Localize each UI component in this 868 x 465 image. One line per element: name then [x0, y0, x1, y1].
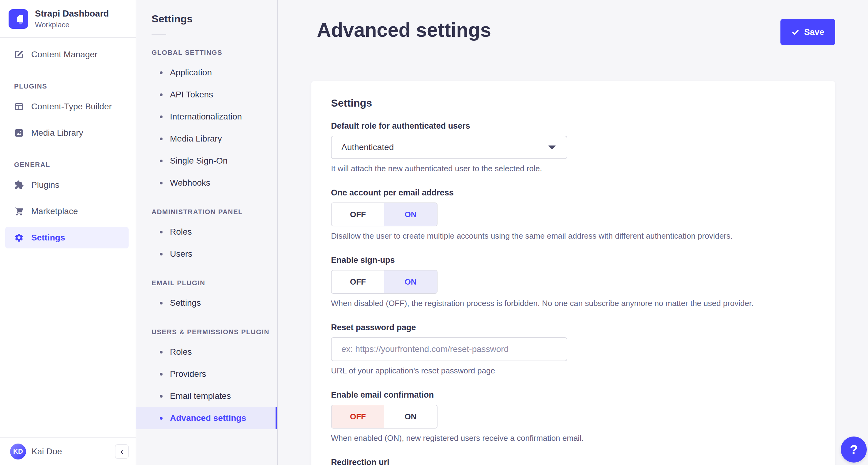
- bullet-icon: [160, 138, 162, 140]
- field-redirection-url: Redirection url: [331, 458, 815, 465]
- email-confirmation-toggle: OFF ON: [331, 405, 437, 429]
- sidebar-item-label: Media Library: [31, 128, 83, 138]
- toggle-on-button[interactable]: ON: [384, 270, 437, 293]
- sidebar-item-media-library[interactable]: Media Library: [5, 122, 129, 144]
- bullet-icon: [160, 253, 162, 256]
- field-hint: It will attach the new authenticated use…: [331, 164, 815, 173]
- subnav-section-administration-panel: ADMINISTRATION PANEL: [136, 194, 277, 221]
- subnav-item-label: Internationalization: [170, 112, 242, 122]
- reset-password-input[interactable]: [331, 337, 567, 361]
- workspace-brand[interactable]: Strapi Dashboard Workplace: [0, 0, 136, 37]
- subnav-item-single-sign-on[interactable]: Single Sign-On: [136, 150, 277, 172]
- sidebar-item-label: Content-Type Builder: [31, 102, 112, 112]
- default-role-select[interactable]: Authenticated: [331, 136, 567, 159]
- subnav-item-email-settings[interactable]: Settings: [136, 292, 277, 314]
- subnav-section-email-plugin: EMAIL PLUGIN: [136, 265, 277, 292]
- save-button[interactable]: Save: [780, 19, 835, 45]
- subnav-item-internationalization[interactable]: Internationalization: [136, 106, 277, 128]
- field-reset-password-page: Reset password page URL of your applicat…: [331, 323, 815, 376]
- layout-grid-icon: [14, 102, 24, 112]
- shopping-cart-icon: [14, 206, 24, 216]
- bullet-icon: [160, 417, 162, 420]
- field-hint: Disallow the user to create multiple acc…: [331, 231, 815, 241]
- subnav-item-label: Media Library: [170, 134, 222, 144]
- subnav-item-admin-users[interactable]: Users: [136, 243, 277, 265]
- field-label: Reset password page: [331, 323, 815, 332]
- subnav-item-label: Application: [170, 68, 212, 78]
- sidebar-item-label: Marketplace: [31, 206, 78, 216]
- toggle-off-button[interactable]: OFF: [332, 203, 384, 226]
- bullet-icon: [160, 115, 162, 118]
- subnav-item-label: Users: [170, 249, 192, 259]
- subnav-section-global-settings: GLOBAL SETTINGS: [136, 35, 277, 62]
- subnav-item-label: Email templates: [170, 391, 231, 401]
- bullet-icon: [160, 71, 162, 74]
- subnav-item-label: API Tokens: [170, 90, 213, 99]
- field-label: Enable sign-ups: [331, 256, 815, 265]
- user-avatar[interactable]: KD: [10, 443, 26, 460]
- field-label: Default role for authenticated users: [331, 121, 815, 131]
- sidebar-menu: Content Manager PLUGINS Content-Type Bui…: [0, 38, 136, 437]
- subnav-item-up-roles[interactable]: Roles: [136, 341, 277, 363]
- subnav-item-label: Providers: [170, 369, 206, 379]
- image-icon: [14, 128, 24, 138]
- bullet-icon: [160, 182, 162, 184]
- settings-card: Settings Default role for authenticated …: [311, 81, 835, 465]
- help-button[interactable]: ?: [841, 437, 867, 463]
- caret-down-icon: [548, 146, 556, 149]
- subnav-section-users-permissions-plugin: USERS & PERMISSIONS PLUGIN: [136, 314, 277, 341]
- sidebar-item-plugins[interactable]: Plugins: [5, 174, 129, 196]
- bullet-icon: [160, 159, 162, 162]
- sidebar-item-content-manager[interactable]: Content Manager: [5, 44, 129, 65]
- bullet-icon: [160, 302, 162, 304]
- sidebar-item-marketplace[interactable]: Marketplace: [5, 201, 129, 222]
- chevron-left-icon: ‹: [120, 446, 123, 457]
- subnav-item-up-providers[interactable]: Providers: [136, 363, 277, 385]
- toggle-on-button[interactable]: ON: [384, 203, 437, 226]
- subnav-item-label: Roles: [170, 227, 192, 237]
- workspace-title: Strapi Dashboard: [35, 8, 109, 19]
- subnav-item-label: Single Sign-On: [170, 156, 227, 166]
- settings-subnav: Settings GLOBAL SETTINGS Application API…: [136, 0, 278, 465]
- select-value: Authenticated: [341, 142, 394, 152]
- subnav-item-application[interactable]: Application: [136, 62, 277, 84]
- main-sidebar: Strapi Dashboard Workplace Content Manag…: [0, 0, 136, 465]
- enable-sign-ups-toggle: OFF ON: [331, 270, 437, 294]
- check-icon: [792, 28, 799, 36]
- field-enable-email-confirmation: Enable email confirmation OFF ON When en…: [331, 390, 815, 443]
- sidebar-section-plugins: PLUGINS: [0, 70, 136, 96]
- field-hint: URL of your application's reset password…: [331, 366, 815, 376]
- subnav-title: Settings: [136, 0, 277, 25]
- field-default-role: Default role for authenticated users Aut…: [331, 121, 815, 173]
- collapse-sidebar-button[interactable]: ‹: [115, 444, 129, 459]
- field-label: Enable email confirmation: [331, 390, 815, 400]
- puzzle-icon: [14, 180, 24, 190]
- subnav-item-label: Roles: [170, 347, 192, 357]
- field-enable-sign-ups: Enable sign-ups OFF ON When disabled (OF…: [331, 256, 815, 308]
- page-header: Advanced settings Save: [278, 0, 868, 45]
- main-content: Advanced settings Save Settings Default …: [278, 0, 868, 465]
- toggle-off-button[interactable]: OFF: [332, 405, 384, 428]
- page-title: Advanced settings: [317, 18, 491, 42]
- subnav-item-admin-roles[interactable]: Roles: [136, 221, 277, 243]
- subnav-item-up-email-templates[interactable]: Email templates: [136, 385, 277, 407]
- toggle-off-button[interactable]: OFF: [332, 270, 384, 293]
- gear-icon: [14, 233, 24, 242]
- subnav-item-label: Webhooks: [170, 178, 210, 188]
- subnav-item-webhooks[interactable]: Webhooks: [136, 172, 277, 194]
- bullet-icon: [160, 93, 162, 96]
- strapi-logo-icon: [8, 9, 28, 29]
- sidebar-item-label: Plugins: [31, 180, 59, 190]
- sidebar-item-label: Settings: [31, 233, 65, 242]
- sidebar-item-settings[interactable]: Settings: [5, 227, 129, 249]
- sidebar-item-label: Content Manager: [31, 50, 97, 59]
- sidebar-item-content-type-builder[interactable]: Content-Type Builder: [5, 96, 129, 117]
- subnav-item-media-library[interactable]: Media Library: [136, 128, 277, 150]
- save-button-label: Save: [804, 27, 824, 37]
- strapi-app: Strapi Dashboard Workplace Content Manag…: [0, 0, 868, 465]
- subnav-item-api-tokens[interactable]: API Tokens: [136, 84, 277, 106]
- subnav-item-up-advanced-settings[interactable]: Advanced settings: [136, 407, 277, 429]
- question-mark-icon: ?: [850, 442, 858, 457]
- active-indicator-bar: [276, 407, 277, 429]
- toggle-on-button[interactable]: ON: [384, 405, 437, 428]
